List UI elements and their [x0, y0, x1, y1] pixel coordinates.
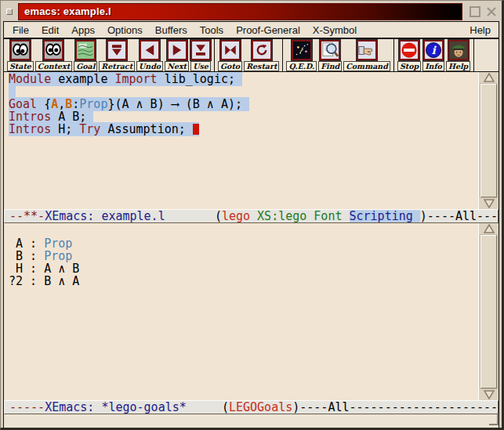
picture-green-icon — [75, 40, 96, 60]
buffer-line: B : Prop — [9, 250, 499, 262]
toolbar-button-retract[interactable]: Retract — [99, 40, 135, 71]
toolbar-button-info[interactable]: iInfo — [422, 40, 444, 71]
menu-item-x-symbol[interactable]: X-Symbol — [306, 24, 363, 36]
toolbar-button-label: State — [7, 61, 34, 71]
window-controls — [462, 6, 499, 17]
toolbar-button-label: Goto — [218, 61, 242, 71]
toolbar-button-stop[interactable]: Stop — [397, 40, 421, 71]
script-buffer-text: Module example Import lib_logic; Goal {A… — [9, 73, 499, 136]
xemacs-window: emacs: example.l FileEditAppsOptionsBuff… — [0, 0, 504, 430]
goals-scrollbar[interactable] — [478, 223, 499, 400]
toolbar-button-label: Goal — [74, 61, 97, 71]
toolbar-button-label: Help — [446, 61, 470, 71]
scrollbar-track[interactable] — [480, 235, 497, 388]
modeline-token — [342, 209, 349, 223]
toolbar-button-label: Undo — [136, 61, 163, 71]
toolbar-button-context[interactable]: Context — [35, 40, 72, 71]
menu-item-apps[interactable]: Apps — [65, 24, 101, 36]
magnifier-icon — [320, 40, 340, 60]
toolbar-button-label: Find — [318, 61, 342, 71]
triangle-right-icon — [167, 40, 187, 60]
modeline-token: LEGOGoals — [229, 400, 292, 414]
scrollbar-up-arrow-icon[interactable] — [479, 223, 499, 234]
toolbar-button-command[interactable]: Command — [343, 40, 390, 71]
menu-item-file[interactable]: File — [6, 24, 35, 36]
eyes2-icon — [43, 40, 63, 60]
triangle-left-icon — [140, 40, 160, 60]
toolbar-separator — [282, 39, 283, 71]
code-token: }(A ∧ B) ⟶ (B ∧ A); — [107, 97, 249, 111]
toolbar-button-help[interactable]: Help — [446, 40, 470, 71]
code-token: H; — [51, 122, 79, 136]
scrollbar-track[interactable] — [480, 84, 497, 197]
menu-items: FileEditAppsOptionsBuffersToolsProof-Gen… — [6, 24, 363, 36]
modeline-token: ( — [165, 209, 222, 223]
menu-item-buffers[interactable]: Buffers — [149, 24, 194, 36]
modeline-token: lego — [222, 209, 250, 223]
toolbar-button-goto[interactable]: Goto — [218, 40, 242, 71]
code-token: lib_logic; — [158, 72, 242, 86]
pointing-hand-icon — [357, 40, 377, 60]
no-entry-icon — [399, 40, 419, 60]
toolbar-button-restart[interactable]: Restart — [244, 40, 279, 71]
toolbar-button-label: Command — [343, 61, 390, 71]
menu-item-options[interactable]: Options — [101, 24, 149, 36]
highlight-region: Intros H; Try Assumption; — [9, 122, 199, 136]
toolbar-button-use[interactable]: Use — [190, 40, 211, 71]
toolbar-button-goal[interactable]: Goal — [74, 40, 97, 71]
toolbar-button-label: Use — [190, 61, 211, 71]
titlebar-row: emacs: example.l — [3, 3, 499, 20]
goals-buffer[interactable]: A : Prop B : Prop H : A ∧ B?2 : B ∧ A — [4, 223, 499, 400]
toolbar-button-label: Next — [165, 61, 189, 71]
modeline-token: --**- — [9, 209, 45, 223]
buffer-line: A : Prop — [9, 237, 499, 250]
close-icon[interactable] — [486, 6, 497, 17]
use-down-icon — [190, 40, 211, 60]
text-cursor — [193, 124, 199, 135]
scrollbar-down-arrow-icon[interactable] — [479, 389, 499, 400]
menu-item-tools[interactable]: Tools — [194, 24, 230, 36]
toolbar-button-q-e-d[interactable]: Q.E.D. — [286, 40, 317, 71]
toolbar-button-undo[interactable]: Undo — [136, 40, 163, 71]
menu-bar: FileEditAppsOptionsBuffersToolsProof-Gen… — [4, 22, 499, 39]
restart-arrows-icon — [252, 40, 272, 60]
menu-item-proof-general[interactable]: Proof-General — [230, 24, 306, 36]
menu-item-help[interactable]: Help — [464, 24, 496, 36]
code-token: ?2 : B ∧ A — [9, 274, 79, 288]
toolbar-button-label: Restart — [244, 61, 279, 71]
resize-grip[interactable] — [489, 413, 499, 425]
toolbar-button-find[interactable]: Find — [318, 40, 342, 71]
menu-item-edit[interactable]: Edit — [35, 24, 65, 36]
code-token: Intros — [9, 122, 51, 136]
toolbar-button-label: Q.E.D. — [286, 61, 317, 71]
scrollbar-thumb[interactable] — [480, 235, 497, 388]
frame-content: FileEditAppsOptionsBuffersToolsProof-Gen… — [3, 21, 499, 430]
toolbar-separator — [393, 39, 394, 71]
toolbar-button-next[interactable]: Next — [165, 40, 189, 71]
fireworks-icon — [292, 40, 312, 60]
modeline-token: )----All---------------------- — [292, 400, 499, 414]
modeline-token: XEmacs: *lego-goals* — [45, 400, 187, 414]
goals-buffer-text: A : Prop B : Prop H : A ∧ B?2 : B ∧ A — [9, 225, 499, 287]
script-modeline: --**-XEmacs: example.l (lego XS:lego Fon… — [4, 209, 499, 223]
toolbar-button-label: Retract — [99, 61, 135, 71]
buffer-line: H : A ∧ B — [9, 262, 499, 275]
maximize-icon[interactable] — [470, 6, 480, 17]
script-scrollbar[interactable] — [478, 72, 499, 209]
window-title: emacs: example.l — [18, 3, 462, 20]
toolbar-button-state[interactable]: State — [7, 40, 34, 71]
eyes-icon — [10, 40, 31, 60]
scrollbar-thumb[interactable] — [480, 84, 497, 197]
script-buffer[interactable]: Module example Import lib_logic; Goal {A… — [4, 72, 499, 209]
scrollbar-down-arrow-icon[interactable] — [479, 198, 499, 209]
code-token: Try — [79, 122, 100, 136]
modeline-token: )----All-------- — [420, 209, 499, 223]
scrollbar-up-arrow-icon[interactable] — [479, 72, 499, 83]
modeline-token: XS:lego Font — [257, 209, 342, 223]
code-token: example — [51, 72, 114, 86]
window-menu-button[interactable] — [6, 9, 13, 15]
modeline-token: Scripting — [350, 209, 420, 223]
echo-area[interactable] — [4, 414, 499, 429]
buffer-line: Goal {A,B:Prop}(A ∧ B) ⟶ (B ∧ A); — [9, 98, 499, 110]
buffer-line: Module example Import lib_logic; — [9, 73, 499, 85]
